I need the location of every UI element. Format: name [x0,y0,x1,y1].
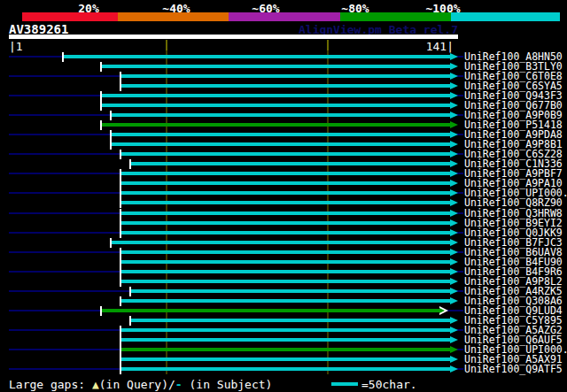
arrowhead-icon [450,131,458,138]
start-tick [120,228,121,238]
alignment-bar[interactable] [121,270,450,273]
alignment-bar[interactable] [64,55,450,58]
arrowhead-icon [450,102,458,109]
arrowhead-icon [450,199,458,206]
alignment-bar[interactable] [121,221,450,225]
start-tick [100,91,102,101]
arrowhead-icon [450,249,458,256]
arrowhead-icon [450,141,458,148]
arrowhead-icon [450,180,458,187]
arrowhead-icon [450,258,458,265]
start-tick [110,238,112,248]
start-tick [100,62,102,72]
start-tick [120,365,121,374]
alignment-bar[interactable] [121,152,450,156]
arrowhead-icon [450,356,458,363]
start-tick [120,267,121,277]
alignment-bar[interactable] [102,94,450,97]
alignment-bar[interactable] [102,123,450,127]
alignment-bar[interactable] [121,191,450,195]
start-tick [120,355,121,365]
gap-query-icon: ▲ [92,378,99,391]
legend-gaps-suffix: (in Subject) [183,378,273,391]
scale-segment [22,12,118,21]
start-tick [129,287,131,296]
arrowhead-icon [450,336,458,343]
alignment-bar[interactable] [121,280,450,283]
alignment-bar[interactable] [131,162,450,165]
scale-segment [229,12,340,21]
start-tick [62,52,64,62]
alignment-bar[interactable] [121,231,450,234]
arrowhead-icon [450,219,458,227]
alignment-bar[interactable] [121,299,450,303]
arrowhead-inner-icon [439,308,445,313]
arrowhead-icon [450,346,458,353]
arrowhead-icon [450,297,458,304]
arrowhead-icon [450,82,458,89]
arrowhead-icon [450,73,458,80]
alignment-bar[interactable] [102,104,450,107]
arrowhead-icon [450,121,458,128]
arrowhead-icon [450,92,458,99]
alignment-bar[interactable] [112,241,450,244]
alignment-bar[interactable] [121,181,450,185]
alignment-bar[interactable] [121,348,450,351]
start-tick [120,219,121,228]
start-tick [110,130,112,140]
start-tick [120,150,121,159]
arrowhead-icon [450,150,458,158]
alignment-bar[interactable] [112,113,450,117]
hit-label[interactable]: UniRef100_Q9ATF5 [464,364,563,374]
start-tick [120,169,121,179]
alignment-bar[interactable] [121,201,450,204]
arrowhead-icon [450,365,458,373]
gap-subject-icon: - [175,378,183,391]
start-tick [120,326,121,335]
arrowhead-icon [450,53,458,60]
alignment-bar[interactable] [121,328,450,332]
alignment-bar[interactable] [112,142,450,146]
arrowhead-icon [450,160,458,167]
alignment-bar[interactable] [112,133,450,136]
legend-gaps-mid: (in Query)/ [99,378,175,391]
start-tick [120,248,121,257]
start-tick [120,296,121,306]
ruler-end-label: 141| [426,40,454,53]
alignment-bar[interactable] [121,260,450,264]
start-tick [110,111,112,120]
alignment-bar[interactable] [102,65,450,68]
alignview-page: 20%~40%~60%~80%~100% AV389261 AlignView.… [0,0,567,392]
arrowhead-icon [450,268,458,275]
alignment-bar[interactable] [131,319,450,322]
size-legend-bar-icon [331,382,358,386]
arrowhead-icon [450,288,458,295]
alignment-bar[interactable] [121,357,450,361]
scale-segment [340,12,451,21]
start-tick [129,159,131,169]
start-tick [100,101,102,111]
alignment-bar[interactable] [121,250,450,254]
alignment-bar[interactable] [131,289,450,293]
alignment-bar[interactable] [121,84,450,88]
ruler-start-label: |1 [9,40,23,53]
start-tick [120,81,121,91]
alignment-bar[interactable] [121,74,450,78]
ruler-tick [327,40,329,50]
alignment-bar[interactable] [121,338,450,342]
arrowhead-icon [450,229,458,236]
ruler-tick [166,40,167,50]
start-tick [120,198,121,208]
alignment-bar[interactable] [121,367,450,371]
start-tick [110,140,112,150]
start-tick [120,188,121,198]
arrowhead-icon [450,63,458,70]
alignment-bar[interactable] [121,211,450,215]
scale-segment [451,12,560,21]
arrowhead-icon [450,327,458,334]
query-ruler-bar [9,35,458,39]
arrowhead-icon [450,189,458,196]
alignment-bar[interactable] [121,172,450,175]
alignment-bar[interactable] [102,309,440,312]
start-tick [120,335,121,345]
